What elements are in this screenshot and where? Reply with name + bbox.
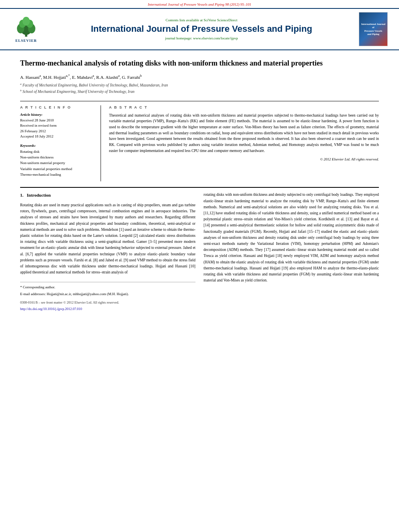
received-revised-label: Received in revised form — [20, 123, 93, 129]
paper-title: Thermo-mechanical analysis of rotating d… — [20, 58, 379, 68]
affiliation-a: a Faculty of Mechanical Engineering, Bab… — [20, 82, 379, 88]
keyword-5: Thermo-mechanical loading — [20, 172, 93, 177]
abstract-column: A B S T R A C T Theoretical and numerica… — [109, 105, 379, 182]
column-divider — [101, 105, 101, 182]
body-right-column: rotating disks with non-uniform thicknes… — [204, 192, 379, 312]
elsevier-tree-icon — [14, 16, 38, 38]
keyword-2: Non-uniform thickness — [20, 154, 93, 160]
intro-section-title: 1. Introduction — [20, 192, 195, 199]
footer-bottom: 0308-0161/$ – see front matter © 2012 El… — [20, 300, 195, 312]
elsevier-wordmark: ELSEVIER — [15, 39, 37, 43]
footnote-emails: E-mail addresses: Hojjati@nit.ac.ir, mhh… — [20, 292, 195, 297]
homepage-link[interactable]: www.elsevier.com/locate/ijpvp — [193, 36, 238, 40]
authors-line: A. Hassania, M.H. Hojjatia,*, E. Mahdavi… — [20, 74, 379, 80]
article-info-column: A R T I C L E I N F O Article history: R… — [20, 105, 93, 182]
paper-content: Thermo-mechanical analysis of rotating d… — [0, 50, 399, 320]
keywords-section: Keywords: Rotating disk Non-uniform thic… — [20, 144, 93, 178]
keyword-4: Variable material properties method — [20, 166, 93, 172]
accepted-date: Accepted 18 July 2012 — [20, 134, 93, 140]
author-hojjati: M.H. Hojjatia,*, — [43, 75, 72, 80]
journal-header: ELSEVIER Contents lists available at Sci… — [0, 8, 399, 50]
affiliation-b: b School of Mechanical Engineering, Shar… — [20, 88, 379, 95]
abstract-text: Theoretical and numerical analyses of ro… — [109, 113, 379, 154]
history-section: Article history: Received 28 June 2010 R… — [20, 113, 93, 140]
article-info-abstract-columns: A R T I C L E I N F O Article history: R… — [20, 105, 379, 182]
keywords-label: Keywords: — [20, 144, 93, 148]
journal-title-area: Contents lists available at SciVerse Sci… — [49, 18, 354, 40]
author-hassani: A. Hassania, — [20, 75, 43, 80]
elsevier-logo-area: ELSEVIER — [8, 16, 44, 43]
history-label: Article history: — [20, 113, 93, 117]
elsevier-logo: ELSEVIER — [8, 16, 44, 43]
footnote-area: * Corresponding author. E-mail addresses… — [20, 282, 195, 297]
issn-line: 0308-0161/$ – see front matter © 2012 El… — [20, 300, 195, 306]
received-date: Received 28 June 2010 — [20, 118, 93, 123]
cover-title-text: International Journal ofPressure Vessels… — [361, 23, 386, 36]
doi-link[interactable]: http://dx.doi.org/10.1016/j.ijpvp.2012.0… — [20, 307, 82, 311]
journal-banner: International Journal of Pressure Vessel… — [0, 0, 399, 8]
section-divider-body — [20, 187, 379, 188]
sciverse-link: Contents lists available at SciVerse Sci… — [49, 18, 354, 22]
journal-citation: International Journal of Pressure Vessel… — [148, 2, 251, 6]
doi-line: http://dx.doi.org/10.1016/j.ijpvp.2012.0… — [20, 306, 195, 312]
abstract-heading: A B S T R A C T — [109, 105, 379, 109]
affiliations: a Faculty of Mechanical Engineering, Bab… — [20, 82, 379, 95]
received-revised-date: 26 February 2012 — [20, 129, 93, 134]
author-mahdavi: E. Mahdavia, — [72, 75, 96, 80]
copyright-line: © 2012 Elsevier Ltd. All rights reserved… — [109, 157, 379, 161]
section-divider-top — [20, 101, 379, 101]
article-info-heading: A R T I C L E I N F O — [20, 105, 93, 109]
intro-paragraph-1: Rotating disks are used in many practica… — [20, 202, 195, 275]
journal-homepage: journal homepage: www.elsevier.com/locat… — [49, 36, 354, 40]
footnote-corresponding: * Corresponding author. — [20, 285, 195, 290]
journal-title: International Journal of Pressure Vessel… — [49, 24, 354, 34]
author-alashti: R.A. Alashtia, — [96, 75, 122, 80]
svg-point-6 — [23, 17, 30, 26]
body-left-column: 1. Introduction Rotating disks are used … — [20, 192, 195, 312]
journal-cover-thumbnail: International Journal ofPressure Vessels… — [359, 12, 388, 46]
keyword-1: Rotating disk — [20, 149, 93, 154]
intro-paragraph-2: rotating disks with non-uniform thicknes… — [204, 192, 379, 283]
sciverse-anchor[interactable]: SciVerse ScienceDirect — [204, 18, 237, 22]
journal-cover-thumbnail-area: International Journal ofPressure Vessels… — [359, 12, 391, 46]
body-columns: 1. Introduction Rotating disks are used … — [20, 192, 379, 312]
author-farrahi: G. Farrahib — [122, 75, 142, 80]
keyword-3: Non-uniform material property — [20, 160, 93, 166]
